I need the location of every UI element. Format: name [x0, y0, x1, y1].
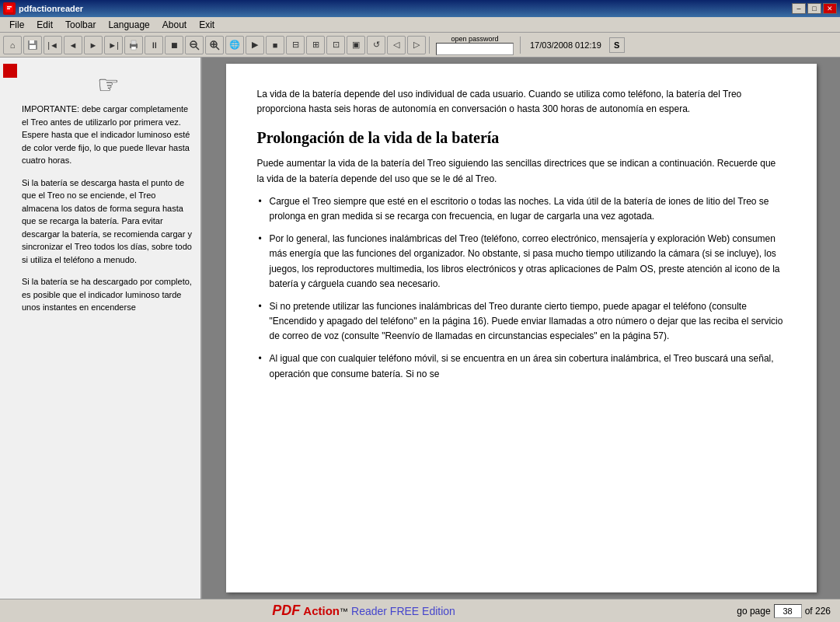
next-nav-button[interactable]: ▷	[407, 36, 426, 54]
print-button[interactable]	[124, 36, 143, 54]
app-title: pdfactionreader	[19, 4, 83, 13]
close-button[interactable]: ✕	[823, 3, 837, 14]
s-button[interactable]: S	[609, 37, 625, 53]
zoom-out-button[interactable]	[185, 36, 204, 54]
svg-rect-8	[131, 47, 136, 50]
prev-nav-button[interactable]: ◁	[387, 36, 406, 54]
save-button[interactable]	[23, 36, 42, 54]
logo-tm: ™	[340, 606, 348, 616]
svg-rect-4	[30, 40, 34, 44]
title-bar-left: pdfactionreader	[3, 2, 83, 15]
logo-reader: Reader FREE Edition	[351, 605, 455, 617]
red-marker	[3, 64, 17, 78]
prev-button[interactable]: ◄	[64, 36, 82, 54]
status-logo-area: PDF Action ™ Reader FREE Edition	[0, 603, 727, 619]
hand-icon: ☞	[22, 70, 194, 100]
page-go-label: go page	[737, 606, 770, 617]
pdf-panel[interactable]: La vida de la batería depende del uso in…	[202, 58, 840, 599]
bullet-item-1: Cargue el Treo siempre que esté en el es…	[257, 194, 786, 224]
toolbar-separator-2	[520, 37, 521, 54]
menu-about[interactable]: About	[156, 18, 193, 32]
menu-bar: File Edit Toolbar Language About Exit	[0, 17, 840, 33]
password-input[interactable]	[436, 43, 514, 55]
pause-button[interactable]: ⏸	[145, 36, 163, 54]
pdf-paragraph-1: Puede aumentar la vida de la batería del…	[257, 156, 786, 186]
next-button[interactable]: ►	[84, 36, 103, 54]
square-button[interactable]: ■	[266, 36, 284, 54]
menu-exit[interactable]: Exit	[193, 18, 221, 32]
last-page-button[interactable]: ►|	[104, 36, 123, 54]
minimize-button[interactable]: –	[792, 3, 806, 14]
stop-button[interactable]: ⏹	[165, 36, 183, 54]
first-page-button[interactable]: |◄	[44, 36, 62, 54]
bullet-item-2: Por lo general, las funciones inalámbric…	[257, 232, 786, 292]
pdf-bullet-list: Cargue el Treo siempre que esté en el es…	[257, 194, 786, 382]
menu-edit[interactable]: Edit	[30, 18, 59, 32]
sidebar-text-2: Si la batería se descarga hasta el punto…	[22, 176, 194, 267]
svg-rect-1	[7, 6, 12, 8]
bullet-item-3: Si no pretende utilizar las funciones in…	[257, 299, 786, 344]
toolbar-separator	[429, 37, 430, 54]
title-bar: pdfactionreader – □ ✕	[0, 0, 840, 17]
logo-action-colored: Action	[303, 604, 340, 617]
status-logo: PDF Action ™ Reader FREE Edition	[0, 603, 727, 619]
app-icon	[3, 2, 16, 15]
svg-line-13	[216, 47, 219, 50]
home-button[interactable]	[3, 36, 22, 54]
password-label: open password	[451, 35, 498, 43]
svg-rect-7	[131, 40, 136, 44]
menu-file[interactable]: File	[3, 18, 30, 32]
logo-pdf: PDF	[272, 603, 300, 619]
main-area: ☞ IMPORTANTE: debe cargar completamente …	[0, 58, 840, 599]
status-page-area: go page of 226	[727, 604, 840, 618]
play-button[interactable]: ▶	[246, 36, 264, 54]
globe-button[interactable]: 🌐	[225, 36, 244, 54]
fit-page-button[interactable]: ⊡	[326, 36, 345, 54]
sidebar-panel: ☞ IMPORTANTE: debe cargar completamente …	[0, 58, 202, 599]
datetime-display: 17/03/2008 012:19	[530, 40, 601, 50]
bullet-item-4: Al igual que con cualquier teléfono móvi…	[257, 351, 786, 381]
page-total: of 226	[805, 606, 831, 617]
maximize-button[interactable]: □	[807, 3, 821, 14]
pdf-page: La vida de la batería depende del uso in…	[226, 64, 817, 592]
password-section: open password	[436, 35, 514, 55]
zoom-in-button[interactable]	[205, 36, 224, 54]
toolbar: |◄ ◄ ► ►| ⏸ ⏹ 🌐 ▶ ■ ⊟ ⊞ ⊡ ▣ ↺ ◁ ▷ open p…	[0, 33, 840, 58]
svg-rect-2	[7, 9, 10, 10]
status-bar: PDF Action ™ Reader FREE Edition go page…	[0, 599, 840, 622]
wide-button[interactable]: ⊞	[306, 36, 325, 54]
fit-width-button[interactable]: ▣	[347, 36, 365, 54]
pdf-intro: La vida de la batería depende del uso in…	[257, 87, 786, 117]
menu-language[interactable]: Language	[102, 18, 155, 32]
svg-line-10	[196, 47, 199, 50]
sidebar-text-1: IMPORTANTE: debe cargar completamente el…	[22, 103, 194, 167]
svg-rect-5	[30, 45, 36, 49]
narrow-button[interactable]: ⊟	[286, 36, 305, 54]
sidebar-text-3: Si la batería se ha descargado por compl…	[22, 275, 194, 314]
menu-toolbar[interactable]: Toolbar	[59, 18, 102, 32]
page-input[interactable]	[774, 604, 802, 618]
reload-button[interactable]: ↺	[367, 36, 385, 54]
pdf-section-title: Prolongación de la vida de la batería	[257, 129, 786, 147]
title-bar-controls: – □ ✕	[792, 3, 837, 14]
